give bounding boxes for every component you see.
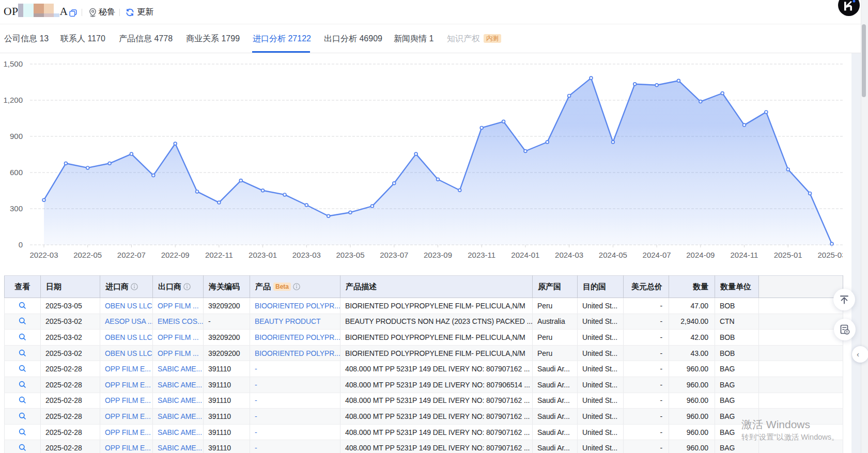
svg-text:2022-09: 2022-09 (161, 251, 190, 259)
svg-text:0: 0 (19, 240, 23, 249)
svg-text:2024-03: 2024-03 (555, 251, 583, 259)
svg-text:1,500: 1,500 (3, 59, 23, 68)
svg-text:2023-05: 2023-05 (336, 251, 364, 259)
svg-text:900: 900 (10, 132, 23, 140)
svg-text:2023-11: 2023-11 (468, 251, 495, 259)
svg-text:2024-01: 2024-01 (511, 251, 539, 259)
svg-text:2022-05: 2022-05 (73, 251, 102, 259)
svg-text:2023-01: 2023-01 (249, 251, 277, 259)
svg-text:2022-03: 2022-03 (29, 251, 58, 259)
svg-text:2024-09: 2024-09 (686, 251, 715, 259)
svg-text:1,200: 1,200 (3, 96, 23, 104)
svg-text:600: 600 (10, 168, 23, 177)
svg-text:2025-03: 2025-03 (817, 251, 843, 259)
svg-text:300: 300 (10, 204, 23, 213)
svg-text:2022-07: 2022-07 (117, 251, 146, 259)
svg-text:2023-09: 2023-09 (424, 251, 452, 259)
svg-text:2024-11: 2024-11 (731, 251, 758, 259)
svg-text:2023-03: 2023-03 (292, 251, 321, 259)
svg-text:2025-01: 2025-01 (774, 251, 802, 259)
svg-text:2022-11: 2022-11 (205, 251, 233, 259)
svg-text:2024-07: 2024-07 (643, 251, 671, 259)
svg-text:2024-05: 2024-05 (599, 251, 627, 259)
svg-text:2023-07: 2023-07 (380, 251, 408, 259)
